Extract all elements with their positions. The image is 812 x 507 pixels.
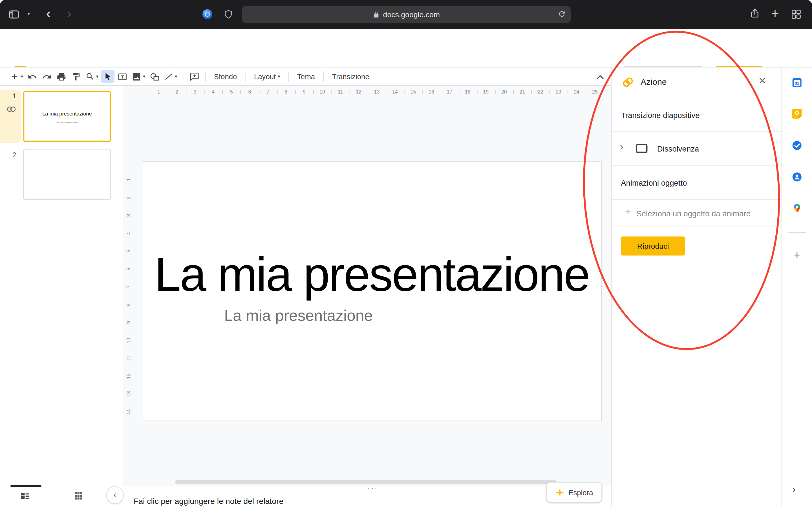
line-dropdown-icon[interactable]: ▾ [175, 74, 177, 79]
collapse-filmstrip-button[interactable]: ‹ [106, 487, 124, 504]
explore-button[interactable]: Esplora [546, 482, 602, 503]
back-icon[interactable]: ‹ [46, 6, 51, 22]
background-button[interactable]: Sfondo [210, 70, 241, 83]
thumbnail-title: La mia presentazione [24, 111, 110, 116]
panel-divider [612, 165, 781, 166]
transition-slide-icon [636, 144, 648, 154]
redo-button[interactable] [40, 70, 54, 83]
paint-format-button[interactable] [69, 70, 83, 83]
slide-page[interactable]: La mia presentazione La mia presentazion… [142, 161, 602, 421]
add-animation-icon[interactable]: + [625, 207, 631, 218]
slide-thumbnail-1[interactable]: La mia presentazione La mia presentazion… [23, 91, 111, 142]
new-tab-icon[interactable]: + [771, 6, 779, 22]
new-slide-dropdown-icon[interactable]: ▾ [20, 74, 23, 79]
sidebar-toggle-icon[interactable] [8, 9, 19, 20]
slide-thumbnail-2[interactable] [23, 149, 111, 200]
toolbar-divider [245, 71, 246, 82]
ruler-tick: 14 [119, 406, 137, 417]
select-tool-button[interactable] [101, 70, 114, 83]
shield-extension-icon[interactable] [223, 9, 234, 20]
undo-button[interactable] [26, 70, 39, 83]
browser-toolbar: ▾ ‹ › docs.google.com + [0, 0, 812, 29]
ruler-tick: 13 [119, 389, 137, 399]
lock-icon [373, 11, 379, 18]
ruler-tick: 3 [186, 86, 204, 98]
ruler-tick: 23 [550, 86, 567, 98]
share-icon[interactable] [749, 7, 760, 19]
transition-button[interactable]: Transizione [328, 70, 373, 83]
zoom-dropdown-icon[interactable]: ▾ [96, 74, 98, 79]
forward-icon[interactable]: › [67, 6, 71, 22]
chevron-down-icon[interactable]: ▾ [28, 11, 30, 17]
calendar-icon[interactable]: 31 [792, 77, 803, 89]
maps-icon[interactable] [792, 203, 803, 214]
horizontal-ruler: 1234567891011121314151617181920212223242… [150, 86, 604, 98]
panel-divider [612, 226, 781, 227]
ruler-tick: 7 [259, 86, 277, 98]
bottom-bar: ‹ Fai clic per aggiungere le note del re… [0, 487, 611, 507]
toolbar-divider [323, 71, 324, 82]
thumbnail-subtitle: La mia presentazione [24, 121, 110, 124]
add-animation-label[interactable]: Seleziona un oggetto da animare [637, 209, 750, 218]
text-box-button[interactable] [116, 70, 129, 83]
ruler-tick: 16 [422, 86, 441, 98]
refresh-icon[interactable] [558, 10, 566, 18]
address-bar[interactable]: docs.google.com [242, 6, 571, 23]
ruler-tick: 12 [350, 86, 368, 98]
add-addon-icon[interactable]: + [792, 249, 803, 261]
ruler-tick: 10 [119, 335, 137, 346]
expand-panel-icon[interactable]: › [792, 484, 796, 496]
slide-animation-icon[interactable] [7, 106, 17, 113]
new-slide-button[interactable]: ▾ [8, 70, 24, 83]
insert-comment-button[interactable] [188, 70, 201, 83]
play-button[interactable]: Riproduci [621, 236, 685, 256]
tab-overview-icon[interactable] [791, 9, 802, 20]
filmstrip-view-icon[interactable] [20, 490, 31, 501]
insert-line-button[interactable]: ▾ [162, 70, 179, 83]
expand-transition-icon[interactable]: › [620, 141, 623, 153]
slide-subtitle-text[interactable]: La mia presentazione [224, 307, 373, 324]
toolbar-divider [205, 71, 206, 82]
keep-icon[interactable] [792, 108, 803, 119]
ruler-tick: 13 [368, 86, 386, 98]
extension-icon[interactable] [202, 9, 213, 20]
collapse-toolbar-icon[interactable] [595, 71, 606, 82]
ruler-tick: 2 [168, 86, 186, 98]
insert-shape-button[interactable] [148, 70, 161, 83]
ruler-tick: 12 [119, 371, 137, 381]
contacts-icon[interactable] [792, 171, 803, 182]
url-text: docs.google.com [383, 10, 440, 18]
ruler-tick: 25 [586, 86, 604, 98]
ruler-tick: 4 [119, 228, 137, 238]
insert-image-button[interactable]: ▾ [130, 70, 147, 83]
slide-title-text[interactable]: La mia presentazione [142, 247, 601, 302]
image-dropdown-icon[interactable]: ▾ [143, 74, 145, 79]
explore-star-icon [555, 488, 564, 497]
ruler-tick: 9 [295, 86, 313, 98]
ruler-tick: 22 [531, 86, 549, 98]
layout-label: Layout [254, 72, 276, 80]
print-button[interactable] [55, 70, 68, 83]
close-icon[interactable]: × [759, 73, 766, 88]
layout-button[interactable]: Layout ▾ [250, 70, 284, 83]
ruler-tick: 2 [119, 192, 137, 203]
ruler-tick: 17 [441, 86, 458, 98]
layout-dropdown-icon[interactable]: ▾ [278, 74, 280, 79]
grid-view-icon[interactable] [73, 491, 84, 501]
transition-type-value[interactable]: Dissolvenza [657, 144, 699, 153]
theme-button[interactable]: Tema [293, 70, 319, 83]
toolbar-divider [289, 71, 289, 82]
slide-filmstrip: 1 La mia presentazione La mia presentazi… [0, 86, 123, 487]
ruler-tick: 1 [150, 86, 168, 98]
google-slides-window: ▾ ‹ › docs.google.com + Presentazione s [0, 0, 812, 507]
zoom-button[interactable]: ▾ [84, 70, 100, 83]
app-header: Presentazione senza titolo FileModificaV… [0, 29, 812, 67]
notes-resize-handle[interactable]: ··· [357, 483, 388, 492]
speaker-notes-placeholder[interactable]: Fai clic per aggiungere le note del rela… [134, 497, 284, 506]
active-view-indicator [10, 485, 42, 487]
ruler-tick: 11 [119, 353, 137, 363]
tasks-icon[interactable] [792, 140, 803, 151]
ruler-tick: 8 [277, 86, 295, 98]
motion-panel-header: Azione × [612, 68, 781, 98]
ruler-tick: 4 [204, 86, 222, 98]
